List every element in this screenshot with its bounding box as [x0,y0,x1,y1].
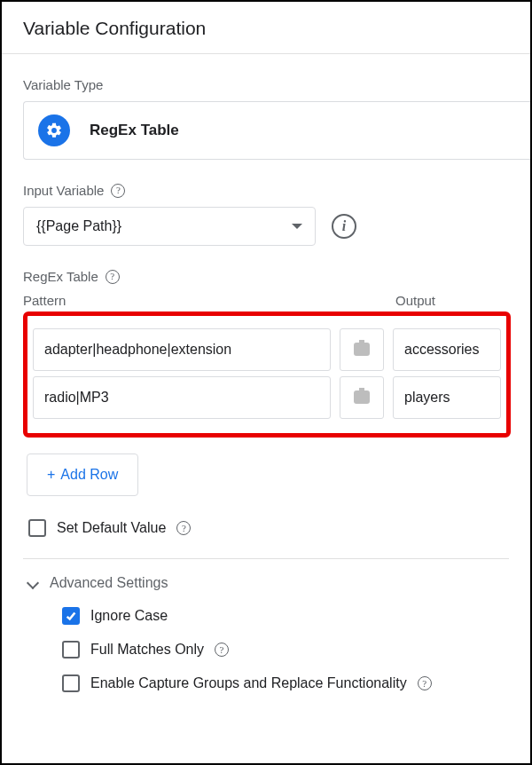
insert-variable-button[interactable] [340,328,384,371]
output-input[interactable]: players [393,376,501,419]
page-title: Variable Configuration [2,2,530,54]
output-input[interactable]: accessories [393,328,501,371]
help-icon[interactable]: ? [176,521,191,535]
full-matches-checkbox[interactable] [62,641,80,659]
help-icon[interactable]: ? [111,184,125,198]
chevron-down-icon [292,224,302,229]
capture-groups-checkbox[interactable] [62,674,80,692]
help-icon[interactable]: ? [106,270,120,284]
full-matches-row: Full Matches Only ? [62,641,509,659]
input-variable-select[interactable]: {{Page Path}} [23,207,316,246]
add-row-label: Add Row [60,467,118,483]
advanced-settings-toggle[interactable]: Advanced Settings [23,575,509,591]
variable-type-card[interactable]: RegEx Table [23,101,532,160]
capture-groups-row: Enable Capture Groups and Replace Functi… [62,674,509,692]
plus-icon: + [47,467,55,483]
variable-type-name: RegEx Table [90,122,179,139]
table-row: radio|MP3 players [33,376,501,419]
ignore-case-row: Ignore Case [62,607,509,625]
output-header: Output [395,293,435,308]
input-variable-label-text: Input Variable [23,183,104,198]
input-variable-label: Input Variable ? [23,183,509,198]
advanced-settings-title: Advanced Settings [50,575,168,591]
divider [23,558,509,559]
pattern-input[interactable]: radio|MP3 [33,376,331,419]
variable-type-label: Variable Type [23,77,509,92]
ignore-case-checkbox[interactable] [62,607,80,625]
variable-type-label-text: Variable Type [23,77,103,92]
input-variable-value: {{Page Path}} [36,218,121,234]
info-icon[interactable]: i [332,214,356,239]
set-default-checkbox[interactable] [28,519,46,537]
brick-icon [351,388,372,407]
advanced-settings-body: Ignore Case Full Matches Only ? Enable C… [23,607,509,692]
brick-icon [351,340,372,359]
pattern-input[interactable]: adapter|headphone|extension [33,328,331,371]
set-default-label: Set Default Value [57,520,166,536]
table-row: adapter|headphone|extension accessories [33,328,501,371]
set-default-row: Set Default Value ? [28,519,509,537]
pattern-header: Pattern [23,293,395,308]
chevron-down-icon [27,577,39,589]
full-matches-label: Full Matches Only [90,642,204,658]
ignore-case-label: Ignore Case [90,608,168,624]
gear-icon [38,114,70,146]
regex-table-label: RegEx Table ? [23,269,509,284]
insert-variable-button[interactable] [340,376,384,419]
regex-table-label-text: RegEx Table [23,269,98,284]
add-row-button[interactable]: + Add Row [27,453,138,496]
capture-groups-label: Enable Capture Groups and Replace Functi… [90,675,407,691]
regex-table-highlight: adapter|headphone|extension accessories … [23,312,511,438]
help-icon[interactable]: ? [418,676,432,690]
help-icon[interactable]: ? [215,643,229,657]
